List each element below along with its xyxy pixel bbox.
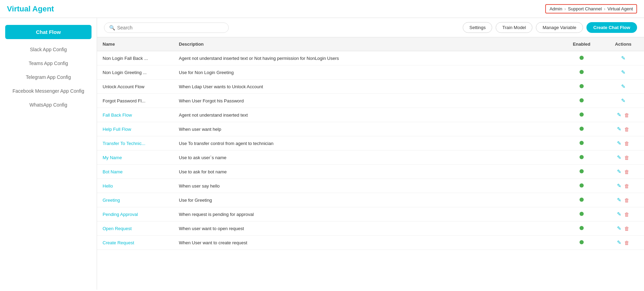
enabled-dot (580, 98, 584, 102)
edit-icon[interactable]: ✎ (617, 112, 621, 118)
edit-icon[interactable]: ✎ (617, 169, 621, 175)
delete-icon[interactable]: 🗑 (624, 169, 629, 175)
row-enabled-7 (561, 151, 602, 165)
delete-icon[interactable]: 🗑 (624, 183, 629, 189)
row-name-link-13[interactable]: Create Request (103, 240, 134, 245)
chat-flow-button[interactable]: Chat Flow (5, 25, 92, 39)
row-name-link-12[interactable]: Open Request (103, 226, 132, 231)
enabled-dot (580, 84, 584, 88)
sidebar-item-4[interactable]: WhatsApp Config (0, 98, 97, 112)
edit-icon[interactable]: ✎ (617, 154, 621, 161)
row-actions-6: ✎🗑 (602, 136, 644, 151)
sidebar-item-2[interactable]: Telegram App Config (0, 70, 97, 84)
enabled-dot (580, 240, 584, 244)
row-enabled-13 (561, 236, 602, 250)
edit-icon[interactable]: ✎ (617, 239, 621, 246)
row-actions-10: ✎🗑 (602, 193, 644, 207)
enabled-dot (580, 169, 584, 173)
enabled-dot (580, 56, 584, 60)
delete-icon[interactable]: 🗑 (624, 211, 629, 217)
edit-icon[interactable]: ✎ (621, 98, 626, 104)
table-row: GreetingUse for Greeting✎🗑 (97, 193, 644, 207)
edit-icon[interactable]: ✎ (617, 211, 621, 217)
edit-icon[interactable]: ✎ (617, 197, 621, 203)
edit-icon[interactable]: ✎ (617, 183, 621, 189)
row-name-link-10[interactable]: Greeting (103, 198, 120, 203)
manage-variable-button[interactable]: Manage Variable (536, 22, 583, 33)
row-name-link-6[interactable]: Transfer To Technic... (103, 141, 145, 146)
sidebar: Chat Flow Slack App ConfigTeams App Conf… (0, 18, 97, 290)
row-name-link-4[interactable]: Fall Back Flow (103, 112, 132, 118)
row-desc-10: Use for Greeting (173, 193, 561, 207)
delete-icon[interactable]: 🗑 (624, 155, 629, 161)
delete-icon[interactable]: 🗑 (624, 126, 629, 132)
row-desc-8: Use to ask for bot name (173, 165, 561, 179)
row-name-link-7[interactable]: My Name (103, 155, 122, 160)
edit-icon[interactable]: ✎ (617, 126, 621, 132)
row-name-2: Unlock Account Flow (103, 84, 145, 89)
delete-icon[interactable]: 🗑 (624, 112, 629, 118)
row-enabled-6 (561, 136, 602, 151)
table-row: Bot NameUse to ask for bot name✎🗑 (97, 165, 644, 179)
row-actions-1: ✎ (602, 65, 644, 80)
col-header-actions: Actions (602, 37, 644, 51)
table-row: Forgot Password Fl...When User Forgot hi… (97, 94, 644, 108)
edit-icon[interactable]: ✎ (621, 69, 626, 75)
row-enabled-5 (561, 122, 602, 136)
enabled-dot (580, 70, 584, 74)
row-desc-1: Use for Non Login Greeting (173, 65, 561, 80)
row-name-link-11[interactable]: Pending Approval (103, 212, 138, 217)
create-chat-flow-button[interactable]: Create Chat Flow (586, 22, 637, 33)
row-name-3: Forgot Password Fl... (103, 98, 146, 103)
row-desc-12: When user want to open request (173, 221, 561, 236)
search-input[interactable] (117, 25, 224, 30)
row-desc-3: When User Forgot his Password (173, 94, 561, 108)
breadcrumb-support-channel[interactable]: Support Channel (568, 6, 602, 11)
row-name-link-5[interactable]: Help Full Flow (103, 127, 131, 132)
edit-icon[interactable]: ✎ (621, 83, 626, 90)
table-row: HelloWhen user say hello✎🗑 (97, 179, 644, 193)
edit-icon[interactable]: ✎ (621, 55, 626, 61)
train-model-button[interactable]: Train Model (496, 22, 532, 33)
row-enabled-3 (561, 94, 602, 108)
edit-icon[interactable]: ✎ (617, 140, 621, 146)
row-name-link-9[interactable]: Hello (103, 183, 113, 189)
row-desc-13: When User want to create request (173, 236, 561, 250)
breadcrumb: Admin › Support Channel › Virtual Agent (545, 4, 637, 13)
row-actions-2: ✎ (602, 80, 644, 94)
delete-icon[interactable]: 🗑 (624, 226, 629, 231)
delete-icon[interactable]: 🗑 (624, 140, 629, 146)
row-desc-4: Agent not understand inserted text (173, 108, 561, 122)
row-name-0: Non Login Fall Back ... (103, 56, 148, 61)
row-actions-7: ✎🗑 (602, 151, 644, 165)
sidebar-item-1[interactable]: Teams App Config (0, 56, 97, 70)
sidebar-item-0[interactable]: Slack App Config (0, 43, 97, 56)
col-header-description: Description (173, 37, 561, 51)
chat-flow-table: Name Description Enabled Actions Non Log… (97, 37, 644, 250)
row-desc-7: Use to ask user`s name (173, 151, 561, 165)
delete-icon[interactable]: 🗑 (624, 197, 629, 203)
main-content: 🔍 Settings Train Model Manage Variable C… (97, 18, 644, 290)
row-desc-9: When user say hello (173, 179, 561, 193)
edit-icon[interactable]: ✎ (617, 225, 621, 231)
enabled-dot (580, 127, 584, 131)
row-desc-6: Use To transfer control from agent to te… (173, 136, 561, 151)
row-actions-13: ✎🗑 (602, 236, 644, 250)
breadcrumb-admin[interactable]: Admin (549, 6, 562, 11)
table-row: Open RequestWhen user want to open reque… (97, 221, 644, 236)
enabled-dot (580, 155, 584, 159)
row-enabled-0 (561, 51, 602, 65)
breadcrumb-sep-2: › (604, 6, 605, 11)
table-row: Unlock Account FlowWhen Ldap User wants … (97, 80, 644, 94)
breadcrumb-virtual-agent[interactable]: Virtual Agent (608, 6, 633, 11)
toolbar: 🔍 Settings Train Model Manage Variable C… (97, 18, 644, 37)
breadcrumb-sep-1: › (564, 6, 566, 11)
delete-icon[interactable]: 🗑 (624, 240, 629, 246)
sidebar-item-3[interactable]: Facebook Messenger App Config (0, 84, 97, 98)
settings-button[interactable]: Settings (463, 22, 492, 33)
table-row: Fall Back FlowAgent not understand inser… (97, 108, 644, 122)
row-name-link-8[interactable]: Bot Name (103, 169, 123, 174)
table-row: Create RequestWhen User want to create r… (97, 236, 644, 250)
row-name-1: Non Login Greeting ... (103, 70, 147, 75)
row-enabled-9 (561, 179, 602, 193)
